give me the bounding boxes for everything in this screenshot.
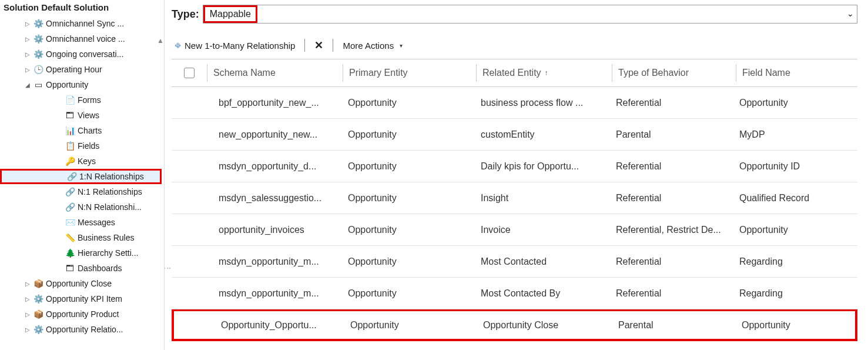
tree-item[interactable]: 📄Forms (0, 92, 162, 108)
col-header-schema[interactable]: Schema Name (207, 68, 343, 78)
tree-expander-icon[interactable]: ▷ (24, 310, 32, 318)
cell-behavior: Referential, Restrict De... (610, 225, 733, 235)
col-header-behavior[interactable]: Type of Behavior (612, 68, 736, 78)
delete-button[interactable]: ✕ (311, 38, 327, 53)
cell-related: Insight (475, 193, 610, 204)
table-row[interactable]: new_opportunity_new...OpportunitycustomE… (172, 119, 857, 151)
tree-item[interactable]: 📋Fields (0, 138, 162, 154)
tree-expander-icon (55, 142, 63, 150)
cell-primary: Opportunity (342, 161, 475, 172)
tree-node-icon: ▭ (33, 79, 43, 90)
select-all-checkbox[interactable] (184, 68, 195, 78)
type-select[interactable]: Mappable ⌄ (203, 5, 857, 24)
tree-node-icon: 🔑 (65, 156, 75, 166)
tree-expander-icon (55, 218, 63, 226)
more-actions-button[interactable]: More Actions ▾ (339, 39, 406, 52)
tree-node-icon: ✉️ (65, 217, 75, 228)
table-row[interactable]: msdyn_opportunity_m...OpportunityMost Co… (172, 278, 857, 309)
tree-item[interactable]: ▷📦Opportunity Product (0, 306, 162, 322)
cell-behavior: Referential (610, 288, 733, 299)
tree-node-label: Messages (78, 218, 115, 227)
col-header-primary[interactable]: Primary Entity (343, 68, 476, 78)
cell-related: customEntity (475, 129, 610, 140)
tree-node-label: Dashboards (78, 264, 122, 273)
tree-item[interactable]: 🔗N:1 Relationships (0, 184, 162, 199)
tree-node-label: Omnichannel voice ... (46, 34, 125, 44)
tree-node-icon: 🕒 (33, 64, 43, 75)
tree-node-icon: 🗔 (65, 110, 75, 121)
tree-node-icon: ⚙️ (33, 18, 43, 29)
tree-expander-icon[interactable]: ▷ (24, 50, 32, 58)
cell-schema: Opportunity_Opportu... (209, 320, 344, 331)
tree-item[interactable]: ▷⚙️Omnichannel voice ... (0, 31, 162, 46)
tree-item[interactable]: 📊Charts (0, 123, 162, 138)
select-all-cell[interactable] (172, 68, 207, 78)
tree-expander-icon (55, 203, 63, 211)
tree-expander-icon[interactable]: ◢ (24, 81, 32, 89)
toolbar: ⎆ New 1-to-Many Relationship ✕ More Acti… (172, 35, 857, 59)
tree-item[interactable]: 📏Business Rules (0, 230, 162, 245)
tree-node-icon: 📦 (33, 278, 43, 289)
relationships-grid: Schema Name Primary Entity Related Entit… (172, 59, 857, 350)
tree-expander-icon (55, 126, 63, 135)
tree-expander-icon[interactable]: ▷ (24, 279, 32, 288)
cell-schema: opportunity_invoices (207, 225, 342, 235)
tree-expander-icon (55, 188, 63, 196)
cell-related: Invoice (475, 225, 610, 235)
cell-related: Most Contacted (475, 256, 610, 267)
scroll-up-arrow-icon[interactable]: ▲ (157, 36, 164, 45)
tree-node-icon: 🔗 (65, 202, 75, 212)
tree-item[interactable]: ▷⚙️Omnichannel Sync ... (0, 16, 162, 31)
table-row[interactable]: bpf_opportunity_new_...Opportunitybusine… (172, 87, 857, 119)
tree-item[interactable]: 🔗1:N Relationships (0, 169, 162, 184)
tree-node-label: Charts (78, 126, 102, 135)
table-row[interactable]: opportunity_invoicesOpportunityInvoiceRe… (172, 214, 857, 246)
tree-item[interactable]: ▷📦Opportunity Close (0, 276, 162, 291)
tree-item[interactable]: 🔑Keys (0, 154, 162, 169)
table-row[interactable]: msdyn_opportunity_d...OpportunityDaily k… (172, 151, 857, 182)
cell-field: Opportunity (736, 320, 855, 331)
grid-body: bpf_opportunity_new_...Opportunitybusine… (172, 87, 857, 350)
tree-expander-icon[interactable]: ▷ (24, 325, 32, 334)
tree-node-icon: ⚙️ (33, 294, 43, 304)
tree-node-icon: 🗔 (65, 263, 75, 274)
tree-item[interactable]: 🔗N:N Relationshi... (0, 199, 162, 215)
tree-expander-icon[interactable]: ▷ (24, 19, 32, 28)
cell-primary: Opportunity (342, 256, 475, 267)
tree-expander-icon (55, 249, 63, 257)
tree-node-label: Keys (78, 156, 96, 166)
relationship-icon: ⎆ (175, 40, 181, 51)
tree-item[interactable]: 🌲Hierarchy Setti... (0, 245, 162, 261)
tree-node-label: Fields (78, 141, 99, 151)
tree-node-icon: 🔗 (65, 186, 75, 197)
tree-expander-icon[interactable]: ▷ (24, 35, 32, 43)
col-header-related[interactable]: Related Entity↑ (477, 68, 612, 78)
table-row[interactable]: Opportunity_Opportu...OpportunityOpportu… (172, 309, 857, 341)
tree-item[interactable]: 🗔Dashboards (0, 261, 162, 276)
tree-item[interactable]: 🗔Views (0, 108, 162, 123)
tree-node-icon: 📏 (65, 232, 75, 243)
tree-item[interactable]: ▷⚙️Opportunity Relatio... (0, 322, 162, 337)
tree-expander-icon[interactable]: ▷ (24, 295, 32, 303)
cell-primary: Opportunity (342, 288, 475, 299)
cell-behavior: Referential (610, 193, 733, 204)
cell-schema: new_opportunity_new... (207, 129, 342, 140)
table-row[interactable]: msdyn_salessuggestio...OpportunityInsigh… (172, 182, 857, 214)
tree-item[interactable]: ◢▭Opportunity (0, 77, 162, 92)
tree-expander-icon (55, 264, 63, 272)
col-header-field[interactable]: Field Name (736, 68, 857, 78)
new-relationship-button[interactable]: ⎆ New 1-to-Many Relationship (172, 39, 299, 52)
sidebar: Solution Default Solution ▷⚙️Omnichannel… (0, 0, 165, 350)
tree-item[interactable]: ▷⚙️Ongoing conversati... (0, 46, 162, 62)
cell-primary: Opportunity (344, 320, 477, 331)
close-icon: ✕ (314, 39, 323, 52)
tree-expander-icon[interactable]: ▷ (24, 65, 32, 74)
tree-item[interactable]: ▷⚙️Opportunity KPI Item (0, 291, 162, 306)
new-relationship-label: New 1-to-Many Relationship (185, 41, 295, 51)
resize-handle-icon[interactable]: ⋮ (165, 265, 172, 271)
table-row[interactable]: msdyn_opportunity_m...OpportunityMost Co… (172, 246, 857, 278)
tree-item[interactable]: ✉️Messages (0, 215, 162, 230)
tree-item[interactable]: ▷🕒Operating Hour (0, 62, 162, 77)
tree-node-icon: 📦 (33, 309, 43, 319)
sidebar-title: Solution Default Solution (0, 0, 164, 16)
